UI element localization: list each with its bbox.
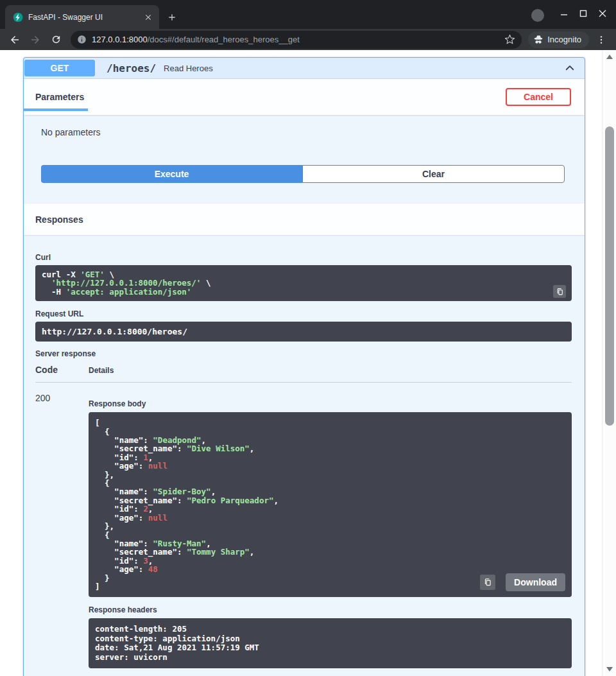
scrollbar[interactable]	[602, 50, 616, 676]
scroll-down-button[interactable]	[606, 667, 613, 672]
window-controls	[554, 5, 612, 22]
execute-button[interactable]: Execute	[41, 165, 302, 183]
responses-section-header: Responses	[24, 203, 585, 235]
tab-parameters[interactable]: Parameters	[24, 79, 88, 115]
response-headers-code: content-length: 205 content-type: applic…	[95, 625, 565, 662]
operation-block: GET /heroes/ Read Heroes Parameters Canc…	[23, 57, 585, 676]
tab-close-icon[interactable]	[142, 12, 154, 23]
response-table-header: Code Details	[35, 365, 572, 383]
operation-summary-text: Read Heroes	[164, 64, 213, 73]
parameters-header: Parameters Cancel	[24, 79, 585, 115]
curl-label: Curl	[35, 253, 572, 262]
menu-kebab-icon[interactable]	[592, 31, 611, 49]
incognito-icon	[533, 34, 544, 46]
reload-button[interactable]	[46, 31, 65, 49]
close-button[interactable]	[593, 5, 612, 22]
server-response-table: Code Details 200 Response body [ { "name…	[35, 365, 572, 668]
bookmark-star-icon[interactable]	[501, 34, 519, 45]
scroll-up-button[interactable]	[606, 55, 613, 59]
operation-summary[interactable]: GET /heroes/ Read Heroes	[24, 58, 585, 79]
execute-row: Execute Clear	[41, 165, 565, 183]
url-host: 127.0.0.1:8000	[92, 35, 148, 44]
url-path: /docs#/default/read_heroes_heroes__get	[148, 35, 300, 44]
url-text: 127.0.0.1:8000/docs#/default/read_heroes…	[92, 35, 495, 44]
responses-title: Responses	[35, 214, 83, 225]
browser-window: FastAPI - Swagger UI	[0, 0, 616, 676]
responses-body: Curl curl -X 'GET' \ 'http://127.0.0.1:8…	[24, 235, 585, 676]
new-tab-button[interactable]	[163, 8, 181, 26]
fastapi-favicon-icon	[13, 12, 23, 22]
server-response-label: Server response	[35, 349, 572, 358]
browser-tab[interactable]: FastAPI - Swagger UI	[5, 5, 159, 29]
incognito-badge: Incognito	[528, 31, 589, 48]
incognito-label: Incognito	[547, 35, 581, 44]
copy-curl-button[interactable]	[553, 285, 566, 298]
parameters-body: No parameters Execute Clear	[24, 115, 585, 203]
page-content: GET /heroes/ Read Heroes Parameters Canc…	[0, 50, 616, 676]
details-column-header: Details	[89, 366, 114, 375]
response-body-label: Response body	[89, 399, 572, 408]
response-details-cell: Response body [ { "name": "Deadpond", "s…	[89, 393, 572, 668]
tab-title: FastAPI - Swagger UI	[28, 13, 137, 22]
clear-button[interactable]: Clear	[302, 165, 565, 183]
code-column-header: Code	[35, 365, 89, 375]
response-headers-label: Response headers	[89, 605, 572, 614]
request-url-value: http://127.0.0.1:8000/heroes/	[42, 327, 565, 336]
tab-bar: FastAPI - Swagger UI	[0, 0, 616, 29]
response-body-controls: Download	[480, 573, 565, 591]
media-controls-icon[interactable]	[531, 9, 544, 22]
collapse-chevron-icon[interactable]	[564, 62, 576, 74]
copy-response-button[interactable]	[480, 575, 495, 590]
no-parameters-text: No parameters	[41, 127, 565, 137]
response-body-block: [ { "name": "Deadpond", "secret_name": "…	[89, 412, 572, 597]
page-info-icon[interactable]	[77, 35, 87, 44]
address-bar: 127.0.0.1:8000/docs#/default/read_heroes…	[0, 29, 616, 50]
response-headers-block: content-length: 205 content-type: applic…	[89, 618, 572, 668]
method-badge: GET	[24, 60, 95, 76]
status-code: 200	[35, 393, 89, 668]
back-button[interactable]	[5, 31, 24, 49]
url-omnibox[interactable]: 127.0.0.1:8000/docs#/default/read_heroes…	[71, 31, 522, 49]
cancel-button[interactable]: Cancel	[506, 88, 571, 106]
maximize-button[interactable]	[574, 5, 593, 22]
response-row: 200 Response body [ { "name": "Deadpond"…	[35, 383, 572, 668]
curl-block: curl -X 'GET' \ 'http://127.0.0.1:8000/h…	[35, 265, 572, 301]
forward-button[interactable]	[26, 31, 45, 49]
operation-path: /heroes/	[107, 62, 156, 74]
response-body-code: [ { "name": "Deadpond", "secret_name": "…	[95, 419, 565, 591]
download-button[interactable]: Download	[506, 573, 565, 591]
request-url-label: Request URL	[35, 309, 572, 318]
parameters-tab-label: Parameters	[35, 92, 84, 102]
curl-code: curl -X 'GET' \ 'http://127.0.0.1:8000/h…	[42, 270, 565, 296]
minimize-button[interactable]	[554, 5, 574, 22]
request-url-block: http://127.0.0.1:8000/heroes/	[35, 322, 572, 342]
scrollbar-thumb[interactable]	[605, 126, 614, 426]
